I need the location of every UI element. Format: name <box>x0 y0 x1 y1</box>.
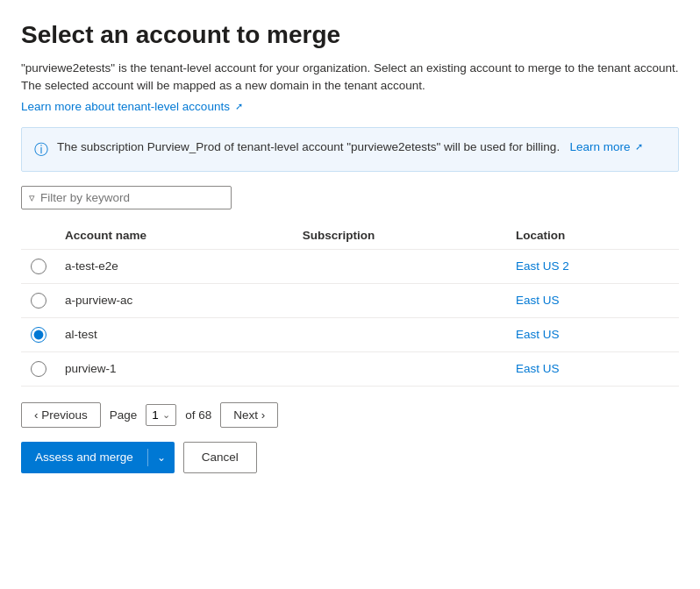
col-header-subscription: Subscription <box>303 222 516 250</box>
assess-chevron-down-icon[interactable]: ⌄ <box>148 449 175 466</box>
external-link-icon: ➚ <box>235 101 243 112</box>
page-description: "purviewe2etests" is the tenant-level ac… <box>21 60 679 96</box>
pagination: ‹ Previous Page 12345 ⌄ of 68 Next › <box>21 402 679 428</box>
bottom-bar: Assess and merge ⌄ Cancel <box>21 442 679 473</box>
filter-icon: ▿ <box>29 191 35 204</box>
filter-input-wrap: ▿ <box>21 186 232 209</box>
cancel-button[interactable]: Cancel <box>183 442 257 473</box>
account-radio-row2[interactable] <box>31 293 46 309</box>
account-name-cell: purview-1 <box>65 351 303 386</box>
account-radio-row4[interactable] <box>31 361 46 377</box>
chevron-down-icon: ⌄ <box>162 409 170 421</box>
account-name-cell: a-test-e2e <box>65 249 303 283</box>
location-cell: East US <box>516 351 679 386</box>
learn-more-billing-link[interactable]: Learn more ➚ <box>569 138 643 156</box>
accounts-table: Account name Subscription Location a-tes… <box>21 222 679 387</box>
account-radio-row1[interactable] <box>31 259 46 274</box>
radio-cell <box>21 283 65 317</box>
account-radio-row3[interactable] <box>31 327 46 343</box>
radio-cell <box>21 249 65 283</box>
subscription-cell <box>303 317 516 351</box>
external-link-icon-2: ➚ <box>635 139 643 154</box>
radio-cell <box>21 351 65 386</box>
subscription-cell <box>303 283 516 317</box>
assess-and-merge-button[interactable]: Assess and merge ⌄ <box>21 442 175 473</box>
radio-cell <box>21 317 65 351</box>
filter-input[interactable] <box>40 191 224 204</box>
location-cell: East US <box>516 317 679 351</box>
next-button[interactable]: Next › <box>220 402 278 428</box>
info-icon: ⓘ <box>34 139 48 160</box>
table-row: a-test-e2eEast US 2 <box>21 249 679 283</box>
next-label: Next › <box>233 408 265 422</box>
page-label: Page <box>110 408 138 422</box>
col-header-radio <box>21 222 65 250</box>
of-label: of 68 <box>185 408 211 422</box>
col-header-account-name: Account name <box>65 222 303 250</box>
page-select-wrap: 12345 ⌄ <box>146 404 176 426</box>
col-header-location: Location <box>516 222 679 250</box>
location-cell: East US 2 <box>516 249 679 283</box>
page-select[interactable]: 12345 <box>152 408 159 422</box>
cancel-label: Cancel <box>202 451 239 464</box>
table-header-row: Account name Subscription Location <box>21 222 679 250</box>
table-row: a-purview-acEast US <box>21 283 679 317</box>
subscription-cell <box>303 249 516 283</box>
learn-more-tenant-link[interactable]: Learn more about tenant-level accounts ➚ <box>21 100 243 113</box>
table-row: al-testEast US <box>21 317 679 351</box>
previous-button[interactable]: ‹ Previous <box>21 402 101 428</box>
assess-and-merge-label: Assess and merge <box>21 449 148 466</box>
info-box: ⓘ The subscription Purview_Prod of tenan… <box>21 127 679 172</box>
location-cell: East US <box>516 283 679 317</box>
account-name-cell: a-purview-ac <box>65 283 303 317</box>
page-title: Select an account to merge <box>21 21 679 49</box>
table-row: purview-1East US <box>21 351 679 386</box>
previous-label: ‹ Previous <box>34 408 88 422</box>
info-box-text: The subscription Purview_Prod of tenant-… <box>57 138 643 156</box>
account-name-cell: al-test <box>65 317 303 351</box>
subscription-cell <box>303 351 516 386</box>
